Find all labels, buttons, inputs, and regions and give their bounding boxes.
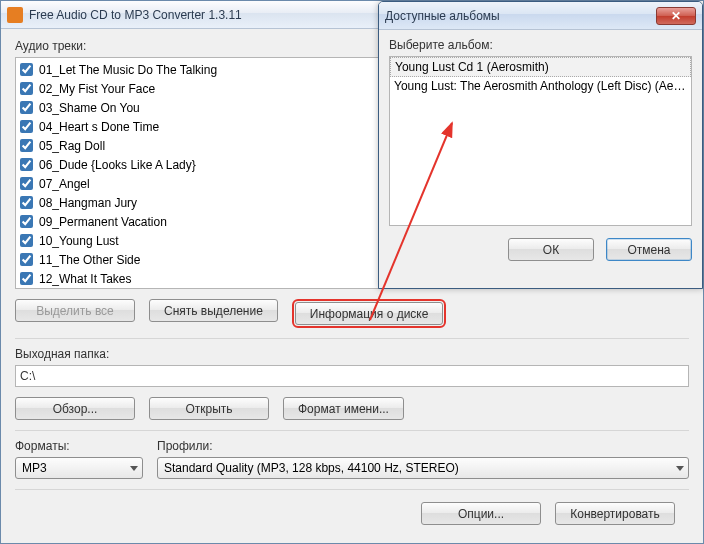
- track-name: 02_My Fist Your Face: [39, 82, 155, 96]
- chevron-down-icon: [130, 466, 138, 471]
- track-checkbox[interactable]: [20, 253, 33, 266]
- profile-value: Standard Quality (MP3, 128 kbps, 44100 H…: [164, 461, 459, 475]
- album-row[interactable]: Young Lust: The Aerosmith Anthology (Lef…: [390, 77, 691, 96]
- dialog-ok-button[interactable]: ОК: [508, 238, 594, 261]
- track-checkbox[interactable]: [20, 158, 33, 171]
- track-name: 11_The Other Side: [39, 253, 140, 267]
- track-name: 12_What It Takes: [39, 272, 132, 286]
- browse-button[interactable]: Обзор...: [15, 397, 135, 420]
- track-checkbox[interactable]: [20, 101, 33, 114]
- track-checkbox[interactable]: [20, 196, 33, 209]
- close-icon: ✕: [671, 9, 681, 23]
- track-checkbox[interactable]: [20, 82, 33, 95]
- track-name: 01_Let The Music Do The Talking: [39, 63, 217, 77]
- album-list[interactable]: Young Lust Cd 1 (Aerosmith)Young Lust: T…: [389, 56, 692, 226]
- track-name: 04_Heart s Done Time: [39, 120, 159, 134]
- profile-combo[interactable]: Standard Quality (MP3, 128 kbps, 44100 H…: [157, 457, 689, 479]
- formats-label: Форматы:: [15, 439, 143, 453]
- output-folder-input[interactable]: [15, 365, 689, 387]
- select-all-button[interactable]: Выделить все: [15, 299, 135, 322]
- dialog-titlebar: Доступные альбомы ✕: [379, 2, 702, 30]
- name-format-button[interactable]: Формат имени...: [283, 397, 404, 420]
- output-folder-label: Выходная папка:: [15, 347, 689, 361]
- track-checkbox[interactable]: [20, 272, 33, 285]
- app-icon: [7, 7, 23, 23]
- disc-info-highlight: Информация о диске: [292, 299, 447, 328]
- track-name: 07_Angel: [39, 177, 90, 191]
- track-checkbox[interactable]: [20, 120, 33, 133]
- dialog-title: Доступные альбомы: [385, 9, 656, 23]
- dialog-close-button[interactable]: ✕: [656, 7, 696, 25]
- format-value: MP3: [22, 461, 47, 475]
- choose-album-label: Выберите альбом:: [389, 38, 692, 52]
- track-checkbox[interactable]: [20, 234, 33, 247]
- track-name: 05_Rag Doll: [39, 139, 105, 153]
- separator: [15, 338, 689, 339]
- track-name: 03_Shame On You: [39, 101, 140, 115]
- format-combo[interactable]: MP3: [15, 457, 143, 479]
- dialog-cancel-button[interactable]: Отмена: [606, 238, 692, 261]
- track-checkbox[interactable]: [20, 177, 33, 190]
- options-button[interactable]: Опции...: [421, 502, 541, 525]
- track-name: 08_Hangman Jury: [39, 196, 137, 210]
- chevron-down-icon: [676, 466, 684, 471]
- separator: [15, 430, 689, 431]
- track-checkbox[interactable]: [20, 215, 33, 228]
- profiles-label: Профили:: [157, 439, 689, 453]
- track-checkbox[interactable]: [20, 139, 33, 152]
- track-name: 09_Permanent Vacation: [39, 215, 167, 229]
- album-row[interactable]: Young Lust Cd 1 (Aerosmith): [390, 57, 691, 77]
- open-button[interactable]: Открыть: [149, 397, 269, 420]
- track-name: 10_Young Lust: [39, 234, 119, 248]
- convert-button[interactable]: Конвертировать: [555, 502, 675, 525]
- track-name: 06_Dude {Looks Like A Lady}: [39, 158, 196, 172]
- disc-info-button[interactable]: Информация о диске: [295, 302, 444, 325]
- deselect-all-button[interactable]: Снять выделение: [149, 299, 278, 322]
- track-checkbox[interactable]: [20, 63, 33, 76]
- available-albums-dialog: Доступные альбомы ✕ Выберите альбом: You…: [378, 1, 703, 289]
